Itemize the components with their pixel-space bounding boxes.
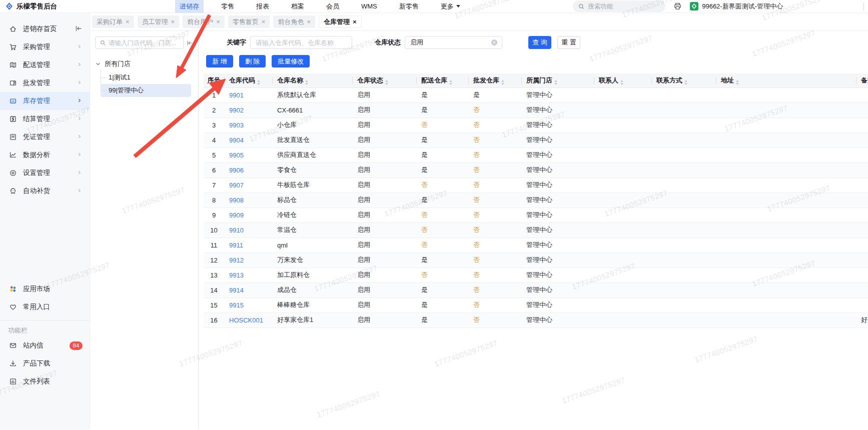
clear-icon[interactable] — [491, 39, 498, 46]
warehouse-code-link[interactable]: 9902 — [224, 102, 272, 118]
topnav-item-1[interactable]: 进销存 — [175, 0, 204, 13]
sort-icon[interactable] — [257, 80, 260, 85]
topnav-item-2[interactable]: 零售 — [217, 0, 239, 13]
warehouse-code-link[interactable]: 9905 — [224, 148, 272, 162]
tab-6[interactable]: 仓库管理× — [319, 16, 362, 28]
sidebar-item-1[interactable]: 进销存首页 — [0, 20, 90, 38]
batch-edit-button[interactable]: 批量修改 — [272, 55, 310, 68]
warehouse-code-link[interactable]: 9906 — [224, 162, 272, 178]
add-button[interactable]: 新 增 — [206, 55, 233, 68]
sort-icon[interactable] — [501, 80, 504, 85]
table-row[interactable]: 89908标品仓启用是否管理中心 — [204, 192, 868, 208]
warehouse-code-link[interactable]: 9915 — [224, 298, 272, 312]
sort-icon[interactable] — [305, 80, 308, 85]
tab-close-icon[interactable]: × — [126, 18, 130, 26]
collapse-sidebar-icon[interactable] — [75, 24, 83, 34]
global-search-input[interactable] — [588, 3, 653, 10]
topnav-item-4[interactable]: 档案 — [287, 0, 309, 13]
sidebar-item-9[interactable]: 设置管理 — [0, 164, 90, 182]
table-row[interactable]: 159915棒棒糖仓库启用是否管理中心 — [204, 298, 868, 312]
warehouse-code-link[interactable]: 9901 — [224, 88, 272, 102]
table-row[interactable]: 99909冷链仓启用否否管理中心 — [204, 208, 868, 222]
table-row[interactable]: 129912万来发仓启用是否管理中心 — [204, 252, 868, 268]
tab-2[interactable]: 员工管理× — [138, 16, 180, 28]
tree-node-2[interactable]: 99|管理中心 — [101, 84, 191, 97]
topnav-item-5[interactable]: 会员 — [322, 0, 344, 13]
warehouse-code-link[interactable]: 9910 — [224, 222, 272, 238]
delete-button[interactable]: 删 除 — [239, 55, 266, 68]
table-row[interactable]: 149914成品仓启用是否管理中心 — [204, 282, 868, 298]
sidebar-item-3[interactable]: 配送管理 — [0, 56, 90, 74]
tab-close-icon[interactable]: × — [262, 18, 266, 26]
sidebar-secondary-item-2[interactable]: 常用入口 — [0, 298, 90, 316]
store-search[interactable] — [95, 36, 184, 49]
sort-icon[interactable] — [385, 80, 388, 85]
topnav-item-3[interactable]: 报表 — [252, 0, 274, 13]
tenant-info[interactable]: 99662-新界面测试-管理中心 — [690, 2, 783, 11]
table-row[interactable]: 49904批发直送仓启用是否管理中心 — [204, 132, 868, 148]
sidebar-item-8[interactable]: 数据分析 — [0, 146, 90, 164]
sidebar-item-4[interactable]: 批发管理 — [0, 74, 90, 92]
tab-close-icon[interactable]: × — [216, 18, 220, 26]
warehouse-code-link[interactable]: 9908 — [224, 192, 272, 208]
sidebar-item-6[interactable]: 结算管理 — [0, 110, 90, 128]
global-search[interactable] — [573, 0, 665, 12]
warehouse-code-link[interactable]: 9914 — [224, 282, 272, 298]
cell-remark — [856, 132, 868, 148]
warehouse-code-link[interactable]: 9911 — [224, 238, 272, 252]
table-row[interactable]: 139913加工原料仓启用否否管理中心 — [204, 268, 868, 282]
table-row[interactable]: 69906零食仓启用是否管理中心 — [204, 162, 868, 178]
collapse-panel-icon[interactable] — [186, 40, 193, 46]
table-row[interactable]: 59905供应商直送仓启用是否管理中心 — [204, 148, 868, 162]
tab-close-icon[interactable]: × — [353, 18, 357, 26]
tree-root-all-stores[interactable]: 所有门店 — [95, 58, 193, 70]
app-logo[interactable]: 乐檬零售后台 — [5, 2, 90, 11]
sidebar-item-7[interactable]: 凭证管理 — [0, 128, 90, 146]
warehouse-code-link[interactable]: 9913 — [224, 268, 272, 282]
table-row[interactable]: 119911qml启用否否管理中心 — [204, 238, 868, 252]
tab-3[interactable]: 前台用户× — [183, 16, 225, 28]
query-button[interactable]: 查 询 — [528, 36, 551, 49]
warehouse-code-link[interactable]: HOSCK001 — [224, 312, 272, 328]
sort-icon[interactable] — [449, 80, 452, 85]
sidebar-tool-item-2[interactable]: 产品下载 — [0, 354, 90, 372]
reset-button[interactable]: 重 置 — [557, 36, 580, 49]
printer-icon[interactable] — [673, 2, 682, 10]
topnav-item-7[interactable]: 新零售 — [395, 0, 423, 13]
keyword-input[interactable] — [250, 36, 352, 49]
table-row[interactable]: 109910常温仓启用否否管理中心 — [204, 222, 868, 238]
tab-label: 员工管理 — [142, 18, 168, 26]
sidebar-item-2[interactable]: 采购管理 — [0, 38, 90, 56]
sidebar-tool-item-1[interactable]: 站内信84 — [0, 336, 90, 354]
warehouse-code-link[interactable]: 9904 — [224, 132, 272, 148]
table-row[interactable]: 79907牛板筋仓库启用否否管理中心 — [204, 178, 868, 192]
table-row[interactable]: 29902CX-6661启用是否管理中心 — [204, 102, 868, 118]
sidebar-tool-item-3[interactable]: 文件列表 — [0, 372, 90, 390]
store-search-input[interactable] — [109, 40, 179, 46]
tab-4[interactable]: 零售首页× — [228, 16, 270, 28]
tab-1[interactable]: 采购订单× — [92, 16, 134, 28]
warehouse-code-link[interactable]: 9903 — [224, 118, 272, 132]
cell-wholesale: 否 — [468, 252, 521, 268]
tab-close-icon[interactable]: × — [171, 18, 175, 26]
table-row[interactable]: 19901系统默认仓库启用是是管理中心 — [204, 88, 868, 102]
status-select[interactable]: 启用 — [405, 36, 502, 49]
sort-icon[interactable] — [684, 80, 687, 85]
table-row[interactable]: 39903小仓库启用否否管理中心 — [204, 118, 868, 132]
topnav-item-6[interactable]: WMS — [357, 0, 382, 13]
sidebar-secondary-item-1[interactable]: 应用市场 — [0, 280, 90, 298]
yes-no-value: 否 — [473, 271, 480, 278]
warehouse-code-link[interactable]: 9912 — [224, 252, 272, 268]
sort-icon[interactable] — [736, 80, 739, 85]
sort-icon[interactable] — [554, 80, 557, 85]
table-row[interactable]: 16HOSCK001好享家仓库1启用是否管理中心好 — [204, 312, 868, 328]
tree-node-1[interactable]: 1|测试1 — [101, 71, 191, 84]
sidebar-item-10[interactable]: 自动补货 — [0, 182, 90, 200]
sidebar-item-5[interactable]: 库存管理 — [0, 92, 90, 110]
tab-close-icon[interactable]: × — [307, 18, 311, 26]
topnav-item-8[interactable]: 更多 — [436, 0, 465, 13]
tab-5[interactable]: 前台角色× — [273, 16, 315, 28]
sort-icon[interactable] — [620, 80, 623, 85]
warehouse-code-link[interactable]: 9907 — [224, 178, 272, 192]
warehouse-code-link[interactable]: 9909 — [224, 208, 272, 222]
